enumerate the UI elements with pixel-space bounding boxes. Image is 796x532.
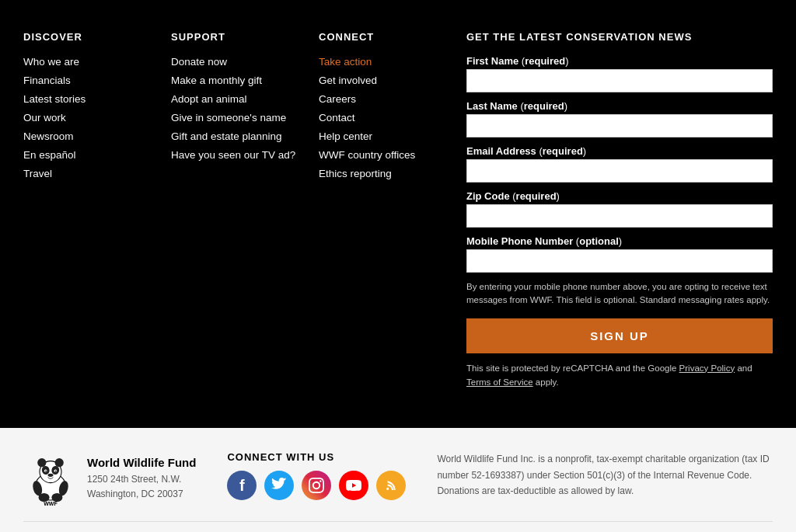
mobile-label: Mobile Phone Number (optional) [466, 235, 773, 247]
support-tv-ad[interactable]: Have you seen our TV ad? [171, 149, 295, 161]
connect-contact[interactable]: Contact [319, 112, 355, 123]
connect-get-involved[interactable]: Get involved [319, 75, 377, 86]
list-item: Newsroom [23, 130, 155, 142]
list-item: Ethics reporting [319, 167, 451, 179]
list-item: Gift and estate planning [171, 130, 303, 142]
facebook-icon[interactable]: f [227, 471, 257, 500]
discover-travel[interactable]: Travel [23, 168, 52, 179]
list-item: Take action [319, 55, 451, 68]
connect-take-action[interactable]: Take action [319, 56, 372, 68]
nonprofit-text: World Wildlife Fund Inc. is a nonprofit,… [437, 451, 773, 499]
last-name-label: Last Name (required) [466, 100, 773, 112]
connect-careers[interactable]: Careers [319, 93, 356, 105]
discover-newsroom[interactable]: Newsroom [23, 130, 74, 142]
wwf-logo-area: WWF World Wildlife Fund 1250 24th Street… [23, 451, 196, 506]
support-column: SUPPORT Donate now Make a monthly gift A… [171, 31, 303, 389]
discover-who-we-are[interactable]: Who we are [23, 56, 79, 68]
discover-column: DISCOVER Who we are Financials Latest st… [23, 31, 155, 389]
instagram-icon[interactable] [302, 471, 331, 500]
discover-financials[interactable]: Financials [23, 75, 71, 86]
email-group: Email Address (required) [466, 145, 773, 183]
last-name-input[interactable] [466, 114, 773, 137]
discover-heading: DISCOVER [23, 31, 155, 43]
support-gift-estate[interactable]: Gift and estate planning [171, 130, 282, 142]
discover-links: Who we are Financials Latest stories Our… [23, 55, 155, 179]
mobile-group: Mobile Phone Number (optional) [466, 235, 773, 273]
list-item: Our work [23, 111, 155, 123]
list-item: Travel [23, 167, 155, 179]
address-line1: 1250 24th Street, N.W. [87, 474, 181, 485]
list-item: Get involved [319, 74, 451, 86]
connect-column: CONNECT Take action Get involved Careers… [319, 31, 451, 389]
list-item: Careers [319, 92, 451, 105]
list-item: Donate now [171, 55, 303, 68]
list-item: Have you seen our TV ad? [171, 148, 303, 161]
zip-label: Zip Code (required) [466, 190, 773, 202]
privacy-policy-link[interactable]: Privacy Policy [679, 363, 735, 373]
list-item: Financials [23, 74, 155, 86]
svg-point-9 [55, 471, 57, 472]
signup-button[interactable]: SIGN UP [466, 318, 773, 353]
rss-icon[interactable] [376, 471, 406, 500]
newsletter-form-section: GET THE LATEST CONSERVATION NEWS First N… [466, 31, 773, 389]
svg-point-8 [45, 471, 47, 472]
first-name-label: First Name (required) [466, 55, 773, 67]
support-links: Donate now Make a monthly gift Adopt an … [171, 55, 303, 161]
first-name-group: First Name (required) [466, 55, 773, 92]
first-name-input[interactable] [466, 69, 773, 92]
list-item: Make a monthly gift [171, 74, 303, 86]
twitter-icon[interactable] [264, 471, 294, 500]
sms-notice: By entering your mobile phone number abo… [466, 280, 773, 308]
list-item: En español [23, 148, 155, 161]
svg-text:WWF: WWF [44, 501, 58, 506]
list-item: Help center [319, 130, 451, 142]
support-heading: SUPPORT [171, 31, 303, 43]
top-footer: DISCOVER Who we are Financials Latest st… [0, 0, 796, 428]
last-name-group: Last Name (required) [466, 100, 773, 137]
newsletter-heading: GET THE LATEST CONSERVATION NEWS [466, 31, 773, 43]
email-input[interactable] [466, 159, 773, 183]
list-item: Give in someone's name [171, 111, 303, 123]
list-item: Latest stories [23, 92, 155, 105]
connect-social-section: CONNECT WITH US f [227, 451, 406, 500]
wwf-panda-logo: WWF [23, 451, 78, 506]
list-item: Contact [319, 111, 451, 123]
list-item: Who we are [23, 55, 155, 68]
connect-heading: CONNECT [319, 31, 451, 43]
wwf-name-address: World Wildlife Fund 1250 24th Street, N.… [87, 456, 196, 502]
social-icons-group: f [227, 471, 406, 500]
support-give-in-name[interactable]: Give in someone's name [171, 112, 286, 123]
address-line2: Washington, DC 20037 [87, 489, 183, 499]
bottom-footer-links: Site Terms Privacy Policy/Your Privacy R… [23, 521, 773, 532]
connect-country-offices[interactable]: WWF country offices [319, 149, 415, 161]
zip-group: Zip Code (required) [466, 190, 773, 228]
svg-point-2 [37, 458, 46, 467]
svg-point-10 [48, 474, 54, 477]
org-name: World Wildlife Fund [87, 456, 196, 469]
connect-links: Take action Get involved Careers Contact… [319, 55, 451, 179]
discover-latest-stories[interactable]: Latest stories [23, 93, 86, 105]
support-monthly-gift[interactable]: Make a monthly gift [171, 75, 262, 86]
terms-of-service-link[interactable]: Terms of Service [466, 377, 533, 387]
list-item: Adopt an animal [171, 92, 303, 105]
support-adopt-animal[interactable]: Adopt an animal [171, 93, 247, 105]
bottom-footer-top: WWF World Wildlife Fund 1250 24th Street… [23, 451, 773, 506]
connect-social-heading: CONNECT WITH US [227, 451, 406, 463]
recaptcha-notice: This site is protected by reCAPTCHA and … [466, 361, 773, 390]
svg-point-3 [55, 458, 64, 467]
support-donate-now[interactable]: Donate now [171, 56, 227, 68]
email-label: Email Address (required) [466, 145, 773, 157]
mobile-input[interactable] [466, 249, 773, 273]
connect-help-center[interactable]: Help center [319, 130, 372, 142]
youtube-icon[interactable] [339, 471, 368, 500]
discover-espanol[interactable]: En español [23, 149, 76, 161]
bottom-footer: WWF World Wildlife Fund 1250 24th Street… [0, 428, 796, 532]
connect-ethics-reporting[interactable]: Ethics reporting [319, 168, 392, 179]
discover-our-work[interactable]: Our work [23, 112, 66, 123]
list-item: WWF country offices [319, 148, 451, 161]
zip-input[interactable] [466, 204, 773, 228]
